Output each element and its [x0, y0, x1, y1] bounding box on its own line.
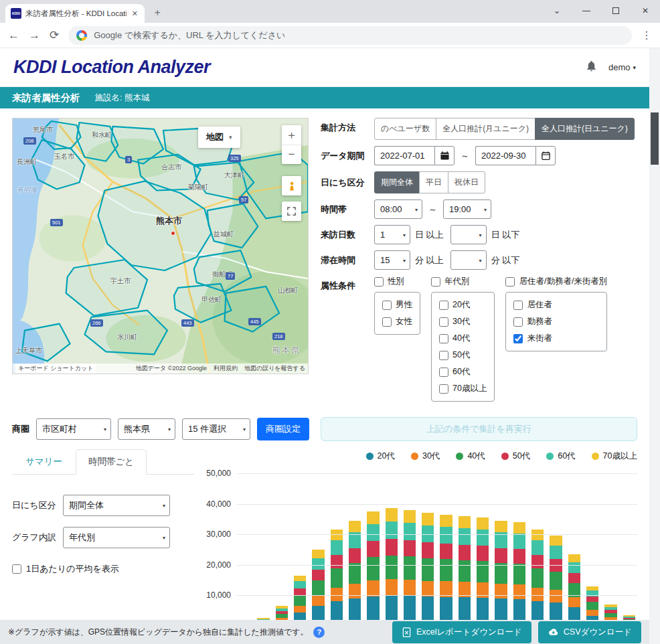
attribute-option-checkbox[interactable]: 70歳以上 [439, 383, 487, 394]
checkbox-input[interactable] [513, 301, 523, 310]
daily-average-checkbox[interactable]: 1日あたりの平均を表示 [12, 563, 194, 575]
zoom-in-button[interactable]: ＋ [282, 125, 301, 145]
route-shield: 325 [228, 155, 241, 162]
url-input[interactable]: Google で検索するか、URL を入力してください [68, 26, 632, 45]
route-shield: 443 [181, 319, 194, 327]
window-close-button[interactable]: ✕ [631, 0, 660, 21]
checkbox-input[interactable] [439, 301, 448, 310]
attribute-group-checkbox[interactable]: 性別 [374, 276, 420, 287]
window-maximize-button[interactable] [601, 0, 631, 21]
calendar-icon[interactable] [535, 146, 556, 165]
page-title: 来訪者属性分析 [12, 92, 80, 104]
daily-average-checkbox-input[interactable] [12, 564, 21, 574]
bar-segment [440, 581, 452, 596]
browser-menu-icon[interactable]: ⋮ [641, 29, 652, 42]
tab-by-time[interactable]: 時間帯ごと [76, 449, 147, 475]
page-scrollbar[interactable] [649, 48, 660, 644]
checkbox-input[interactable] [431, 277, 440, 287]
browser-tab[interactable]: KDDI 来訪者属性分析 - KDDI Location ✕ [5, 4, 145, 23]
rerun-aggregation-button[interactable]: 上記の条件で集計を再実行 [321, 417, 637, 441]
facility-marker-icon[interactable] [171, 231, 175, 236]
visitdays-min-select[interactable]: 1▾ [374, 225, 410, 244]
cloud-download-icon [548, 627, 559, 637]
segment-option[interactable]: 祝休日 [448, 171, 485, 193]
checkbox-input[interactable] [374, 277, 384, 287]
bar-segment [367, 524, 379, 542]
fullscreen-corners-icon[interactable] [282, 202, 301, 221]
forward-icon[interactable]: → [29, 29, 40, 42]
attribute-option-checkbox[interactable]: 勤務者 [513, 316, 599, 327]
report-error-link[interactable]: 地図の誤りを報告する [244, 364, 305, 373]
attribute-option-checkbox[interactable]: 女性 [382, 316, 412, 327]
bar-segment [386, 521, 398, 539]
time-start-select[interactable]: 08:00▾ [374, 199, 422, 219]
new-tab-button[interactable]: ＋ [149, 3, 166, 21]
back-icon[interactable]: ← [8, 29, 19, 42]
map-type-button[interactable]: 地図 ▾ [198, 127, 240, 148]
attribute-group-checkbox[interactable]: 年代別 [431, 276, 495, 287]
staytime-max-select[interactable]: ▾ [450, 250, 487, 270]
street-view-pegman-icon[interactable] [282, 176, 301, 195]
period-start-input[interactable]: 2022-07-01 [374, 146, 434, 165]
prefecture-select[interactable]: 熊本県▾ [118, 418, 175, 440]
attribute-option-checkbox[interactable]: 男性 [382, 299, 412, 311]
scrollbar-thumb[interactable] [651, 112, 659, 165]
tab-summary[interactable]: サマリー [12, 450, 76, 474]
breakdown-select[interactable]: 年代別▾ [63, 527, 170, 548]
staytime-min-select[interactable]: 15▾ [374, 250, 410, 270]
calendar-icon[interactable] [434, 146, 455, 165]
browser-tab-strip: KDDI 来訪者属性分析 - KDDI Location ✕ ＋ ⌄ — ✕ [0, 0, 660, 23]
checkbox-input[interactable] [513, 317, 523, 327]
app-logo[interactable]: KDDI Location Analyzer [13, 57, 210, 78]
checkbox-input[interactable] [439, 368, 448, 377]
excel-download-button[interactable]: Excelレポートダウンロード [392, 621, 531, 643]
attribute-options-box: 男性女性 [374, 292, 420, 335]
help-icon[interactable]: ? [313, 627, 325, 638]
segment-option[interactable]: 平日 [419, 171, 448, 193]
terms-link[interactable]: 利用規約 [214, 364, 238, 373]
attribute-option-checkbox[interactable]: 40代 [439, 333, 487, 344]
visitdays-max-select[interactable]: ▾ [450, 225, 487, 244]
bar-segment [459, 516, 471, 528]
bar [257, 473, 269, 626]
attribute-option-checkbox[interactable]: 60代 [439, 366, 487, 378]
segment-option[interactable]: のべユーザ数 [374, 118, 436, 140]
checkbox-input[interactable] [382, 301, 392, 310]
segment-option[interactable]: 全人口推計(日ユニーク) [535, 118, 635, 140]
attribute-option-checkbox[interactable]: 30代 [439, 316, 487, 327]
segment-option[interactable]: 全人口推計(月ユニーク) [436, 118, 535, 140]
tab-close-icon[interactable]: ✕ [131, 9, 139, 18]
checkbox-input[interactable] [439, 384, 448, 394]
reload-icon[interactable]: ⟳ [50, 28, 59, 42]
checkbox-input[interactable] [439, 317, 448, 327]
trade-area-set-button[interactable]: 商圏設定 [257, 418, 309, 440]
checkbox-input[interactable] [513, 334, 523, 343]
chevron-down-icon: ▾ [243, 426, 246, 432]
keyboard-shortcuts-link[interactable]: キーボード ショートカット [15, 364, 96, 373]
period-end-input[interactable]: 2022-09-30 [475, 146, 535, 165]
bar-segment [513, 522, 525, 534]
checkbox-input[interactable] [439, 351, 448, 360]
csv-download-button[interactable]: CSVダウンロード [538, 621, 641, 643]
zoom-out-button[interactable]: − [282, 145, 301, 164]
checkbox-input[interactable] [382, 317, 392, 327]
attribute-option-checkbox[interactable]: 50代 [439, 349, 487, 361]
checkbox-input[interactable] [439, 334, 448, 343]
attribute-option-checkbox[interactable]: 居住者 [513, 299, 599, 311]
analysis-daytype-select[interactable]: 期間全体▾ [63, 495, 170, 516]
segment-option[interactable]: 期間全体 [374, 171, 420, 193]
user-menu[interactable]: demo ▾ [608, 62, 636, 72]
attribute-group-checkbox[interactable]: 居住者/勤務者/来街者別 [505, 276, 607, 287]
area-unit-select[interactable]: 市区町村▾ [36, 418, 111, 440]
tab-search-chevron-icon[interactable]: ⌄ [542, 0, 572, 21]
attribute-option-checkbox[interactable]: 来街者 [513, 333, 599, 344]
map[interactable]: 荒尾市和水町長洲町玉名市有明海合志市大津町菊陽町熊本市益城町御船町宇土市甲佐町氷… [12, 118, 309, 374]
time-end-select[interactable]: 19:00▾ [443, 199, 491, 219]
selection-count-select[interactable]: 15 件選択▾ [182, 418, 250, 440]
attribute-option-checkbox[interactable]: 20代 [439, 299, 487, 311]
range-separator: ～ [461, 150, 469, 162]
notification-bell-icon[interactable] [585, 60, 598, 75]
checkbox-input[interactable] [505, 277, 515, 287]
google-g-icon [76, 30, 87, 41]
window-minimize-button[interactable]: — [572, 0, 601, 21]
